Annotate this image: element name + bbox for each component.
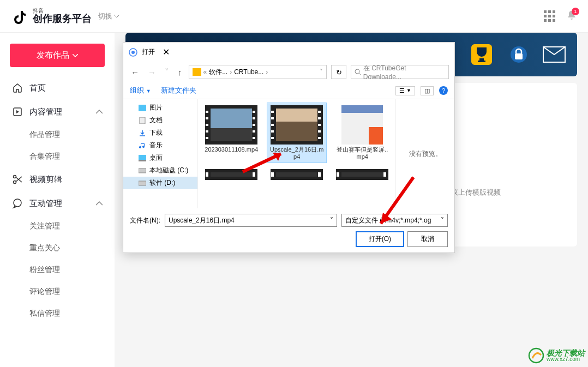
top-bar: 抖音 创作服务平台 切换 1 xyxy=(0,0,588,33)
svg-point-11 xyxy=(355,69,359,74)
nav-up-button[interactable]: ↑ xyxy=(176,65,184,79)
file-filter-dropdown[interactable]: 自定义文件 (*.m4v;*.mp4;*.og˅ xyxy=(341,214,448,227)
filename-label: 文件名(N): xyxy=(130,216,160,225)
nav-forward-button[interactable]: → xyxy=(146,65,158,79)
svg-point-3 xyxy=(14,199,21,207)
chevron-up-icon xyxy=(96,110,103,114)
notification-badge: 1 xyxy=(572,8,579,15)
music-icon xyxy=(139,142,146,149)
folder-icon xyxy=(193,68,201,76)
svg-point-10 xyxy=(131,51,135,54)
tree-music[interactable]: 音乐 xyxy=(123,139,197,152)
watermark-logo xyxy=(528,347,544,364)
svg-point-18 xyxy=(529,348,543,363)
file-grid: 202303011108.mp4 Upscale_2月16日.mp4 登山赛车但… xyxy=(201,103,392,205)
svg-rect-17 xyxy=(139,181,146,185)
sidebar: 发布作品 首页 内容管理 作品管理 合集管理 视频剪辑 互动管理 关 xyxy=(0,33,115,367)
disk-icon xyxy=(139,167,146,174)
downloads-icon xyxy=(139,130,146,136)
tree-documents[interactable]: 文档 xyxy=(123,114,197,127)
nav-works-mgmt[interactable]: 作品管理 xyxy=(0,124,115,146)
file-item[interactable] xyxy=(267,166,327,183)
chevron-down-icon xyxy=(114,15,119,18)
preview-pane: 没有预览。 xyxy=(395,99,454,208)
file-item[interactable]: 202303011108.mp4 xyxy=(201,103,261,163)
notification-bell[interactable]: 1 xyxy=(566,10,577,23)
nav-back-button[interactable]: ← xyxy=(129,65,141,79)
file-item-selected[interactable]: Upscale_2月16日.mp4 xyxy=(267,103,327,163)
mail-icon xyxy=(542,46,566,63)
file-item[interactable] xyxy=(332,166,392,183)
documents-icon xyxy=(139,117,146,124)
nav-recent-button[interactable]: ˅ xyxy=(163,65,171,79)
disk-icon xyxy=(139,180,146,186)
pictures-icon xyxy=(139,105,146,111)
svg-rect-15 xyxy=(139,160,146,161)
dialog-titlebar: 打开 ✕ xyxy=(123,43,454,62)
file-item[interactable]: 登山赛车但是竖屏..mp4 xyxy=(332,103,392,163)
nav-comment-mgmt[interactable]: 评论管理 xyxy=(0,281,115,303)
nav-home[interactable]: 首页 xyxy=(0,76,115,100)
open-button[interactable]: 打开(O) xyxy=(356,231,404,247)
nav-fans-mgmt[interactable]: 粉丝管理 xyxy=(0,259,115,281)
nav-interact-mgmt[interactable]: 互动管理 xyxy=(0,191,115,215)
filename-input[interactable]: Upscale_2月16日.mp4˅ xyxy=(165,214,337,227)
douyin-icon xyxy=(11,8,28,25)
search-icon xyxy=(355,69,361,75)
chat-icon xyxy=(12,198,23,209)
watermark: 极光下载站 www.xz7.com xyxy=(528,347,585,364)
switch-link[interactable]: 切换 xyxy=(98,11,119,21)
brand-logo[interactable]: 抖音 创作服务平台 xyxy=(11,8,92,25)
help-button[interactable]: ? xyxy=(439,86,448,95)
file-item[interactable] xyxy=(201,166,261,183)
tree-desktop[interactable]: 桌面 xyxy=(123,152,197,164)
svg-rect-13 xyxy=(140,117,145,124)
search-box[interactable]: 在 CRTubeGet Downloade... xyxy=(351,65,449,79)
lock-icon xyxy=(509,45,528,64)
svg-rect-14 xyxy=(139,155,146,160)
tree-downloads[interactable]: 下载 xyxy=(123,127,197,139)
address-bar[interactable]: « 软件... › CRTube... › ˅ xyxy=(189,65,327,79)
desktop-icon xyxy=(139,155,146,161)
folder-tree: 图片 文档 下载 音乐 桌面 本地磁盘 (C:) 软件 (D:) xyxy=(123,99,198,208)
refresh-button[interactable]: ↻ xyxy=(331,65,346,79)
publish-button[interactable]: 发布作品 xyxy=(10,44,105,67)
svg-rect-7 xyxy=(515,53,523,59)
brand-big: 创作服务平台 xyxy=(33,14,92,25)
tree-disk-c[interactable]: 本地磁盘 (C:) xyxy=(123,164,197,177)
nav-content-mgmt[interactable]: 内容管理 xyxy=(0,100,115,124)
play-square-icon xyxy=(12,106,23,117)
chevron-up-icon xyxy=(96,201,103,206)
browser-icon xyxy=(129,48,137,57)
cancel-button[interactable]: 取消 xyxy=(407,231,448,247)
nav-follow-mgmt[interactable]: 关注管理 xyxy=(0,215,115,237)
nav-video-cut[interactable]: 视频剪辑 xyxy=(0,167,115,191)
tree-disk-d[interactable]: 软件 (D:) xyxy=(123,177,197,189)
dialog-close-button[interactable]: ✕ xyxy=(159,46,173,58)
new-folder-button[interactable]: 新建文件夹 xyxy=(161,86,196,95)
home-icon xyxy=(12,82,23,93)
tree-pictures[interactable]: 图片 xyxy=(123,101,197,114)
nav-key-follow[interactable]: 重点关心 xyxy=(0,237,115,259)
svg-rect-12 xyxy=(139,105,146,111)
nav-msg-mgmt[interactable]: 私信管理 xyxy=(0,303,115,324)
organize-button[interactable]: 组织 ▼ xyxy=(130,86,151,95)
preview-pane-button[interactable]: ◫ xyxy=(421,86,434,95)
scissors-icon xyxy=(12,174,23,185)
nav-collection-mgmt[interactable]: 合集管理 xyxy=(0,146,115,167)
file-open-dialog: 打开 ✕ ← → ˅ ↑ « 软件... › CRTube... › ˅ ↻ 在… xyxy=(123,42,455,253)
apps-grid-icon[interactable] xyxy=(544,10,555,22)
svg-rect-16 xyxy=(139,169,146,173)
trophy-icon xyxy=(468,41,495,68)
chevron-down-icon xyxy=(73,54,78,57)
view-mode-button[interactable]: ☰ ▼ xyxy=(395,86,415,95)
